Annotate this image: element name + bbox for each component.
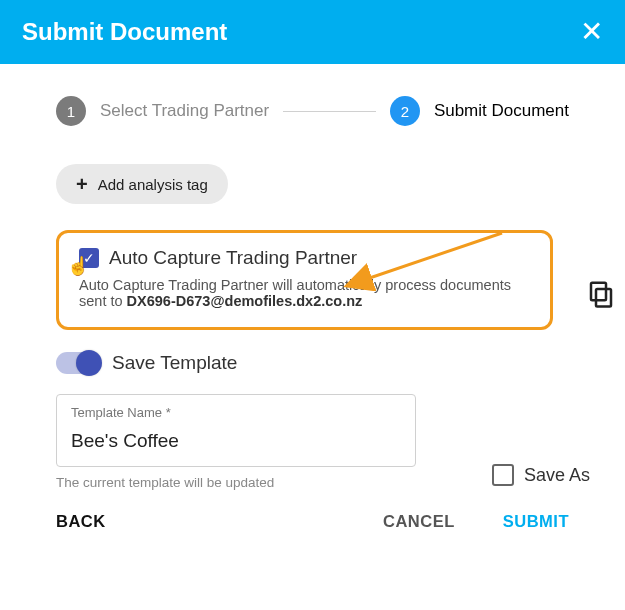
svg-rect-1 <box>596 289 611 307</box>
save-template-label: Save Template <box>112 352 237 374</box>
add-analysis-tag-label: Add analysis tag <box>98 176 208 193</box>
cancel-button[interactable]: CANCEL <box>383 512 455 531</box>
template-name-input[interactable] <box>71 430 401 452</box>
auto-capture-description: Auto Capture Trading Partner will automa… <box>79 277 530 309</box>
plus-icon: + <box>76 174 88 194</box>
action-row: BACK CANCEL SUBMIT <box>56 512 569 531</box>
save-template-toggle[interactable] <box>56 352 100 374</box>
dialog-body: 1 Select Trading Partner 2 Submit Docume… <box>0 64 625 553</box>
copy-icon[interactable] <box>586 279 616 309</box>
auto-capture-checkbox-row: ✓ Auto Capture Trading Partner <box>79 247 530 269</box>
auto-capture-highlight: ✓ Auto Capture Trading Partner ☝ Auto Ca… <box>56 230 553 330</box>
auto-capture-label: Auto Capture Trading Partner <box>109 247 357 269</box>
template-name-label: Template Name * <box>71 405 401 420</box>
close-icon[interactable]: ✕ <box>580 18 603 46</box>
step-1-label: Select Trading Partner <box>100 101 269 121</box>
save-as-checkbox[interactable] <box>492 464 514 486</box>
add-analysis-tag-button[interactable]: + Add analysis tag <box>56 164 228 204</box>
save-template-row: Save Template <box>56 352 569 374</box>
step-divider <box>283 111 376 112</box>
svg-rect-2 <box>591 283 606 301</box>
save-as-row: Save As <box>492 464 590 486</box>
save-as-label: Save As <box>524 465 590 486</box>
dialog-title: Submit Document <box>22 18 227 46</box>
template-name-field: Template Name * <box>56 394 416 467</box>
back-button[interactable]: BACK <box>56 512 106 531</box>
step-2-label: Submit Document <box>434 101 569 121</box>
stepper: 1 Select Trading Partner 2 Submit Docume… <box>56 96 569 126</box>
step-2-badge: 2 <box>390 96 420 126</box>
step-1-badge: 1 <box>56 96 86 126</box>
auto-capture-checkbox[interactable]: ✓ <box>79 248 99 268</box>
dialog-header: Submit Document ✕ <box>0 0 625 64</box>
submit-button[interactable]: SUBMIT <box>503 512 569 531</box>
auto-capture-email: DX696-D673@demofiles.dx2.co.nz <box>127 293 363 309</box>
